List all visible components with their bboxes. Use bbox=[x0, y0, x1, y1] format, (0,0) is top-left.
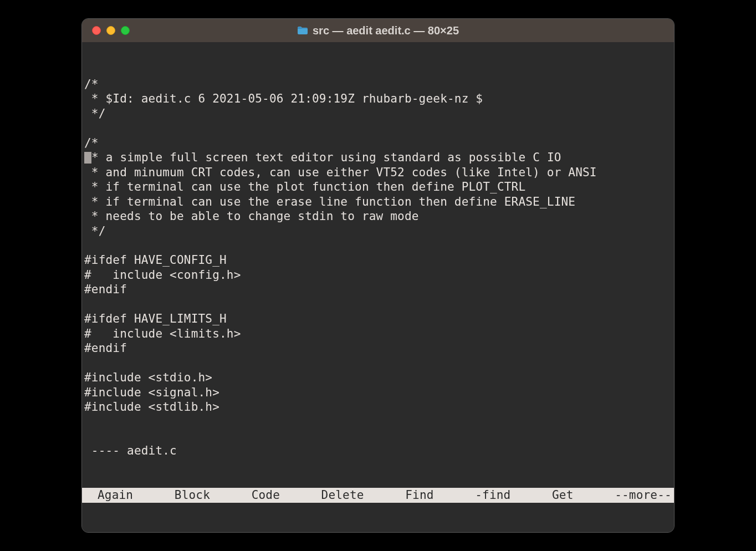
code-line: /* bbox=[84, 77, 674, 91]
code-line: * if terminal can use the erase line fun… bbox=[84, 195, 674, 209]
code-line: * $Id: aedit.c 6 2021-05-06 21:09:19Z rh… bbox=[84, 91, 674, 106]
terminal-content[interactable]: /* * $Id: aedit.c 6 2021-05-06 21:09:19Z… bbox=[82, 42, 674, 532]
menu-delete[interactable]: Delete bbox=[321, 488, 364, 503]
code-line: #endif bbox=[84, 282, 674, 297]
window-title: src — aedit aedit.c — 80×25 bbox=[313, 24, 459, 37]
titlebar: src — aedit aedit.c — 80×25 bbox=[82, 19, 674, 42]
menu-find[interactable]: Find bbox=[405, 488, 433, 503]
code-line: # include <config.h> bbox=[84, 268, 674, 282]
code-line: * if terminal can use the plot function … bbox=[84, 180, 674, 194]
close-button[interactable] bbox=[92, 26, 101, 35]
menu-rfind[interactable]: -find bbox=[475, 488, 510, 503]
menu-block[interactable]: Block bbox=[175, 488, 210, 503]
code-line: */ bbox=[84, 224, 674, 238]
menu-more[interactable]: --more-- bbox=[615, 488, 672, 503]
code-line: #include <stdlib.h> bbox=[84, 400, 674, 414]
cursor bbox=[84, 152, 91, 164]
title-wrap: src — aedit aedit.c — 80×25 bbox=[82, 24, 674, 37]
code-line: * a simple full screen text editor using… bbox=[84, 150, 674, 165]
code-line bbox=[84, 297, 674, 312]
code-line: /* bbox=[84, 136, 674, 150]
folder-icon bbox=[297, 26, 308, 35]
code-line: # include <limits.h> bbox=[84, 326, 674, 341]
zoom-button[interactable] bbox=[121, 26, 130, 35]
code-block: /* * $Id: aedit.c 6 2021-05-06 21:09:19Z… bbox=[82, 77, 674, 414]
code-line: * and minumum CRT codes, can use either … bbox=[84, 165, 674, 180]
terminal-window: src — aedit aedit.c — 80×25 /* * $Id: ae… bbox=[81, 18, 675, 533]
code-line bbox=[84, 238, 674, 253]
code-line: #ifdef HAVE_LIMITS_H bbox=[84, 312, 674, 326]
code-line: */ bbox=[84, 106, 674, 121]
code-line: * needs to be able to change stdin to ra… bbox=[84, 209, 674, 223]
status-line: ---- aedit.c bbox=[82, 443, 674, 458]
code-line: #include <stdio.h> bbox=[84, 370, 674, 385]
code-line: #include <signal.h> bbox=[84, 385, 674, 400]
minimize-button[interactable] bbox=[106, 26, 115, 35]
code-line bbox=[84, 356, 674, 370]
code-text: * a simple full screen text editor using… bbox=[91, 151, 561, 164]
traffic-lights bbox=[82, 26, 130, 35]
menu-code[interactable]: Code bbox=[252, 488, 280, 503]
menu-bar: Again Block Code Delete Find -find Get -… bbox=[82, 488, 674, 503]
code-line: #endif bbox=[84, 341, 674, 355]
code-line bbox=[84, 121, 674, 135]
code-line: #ifdef HAVE_CONFIG_H bbox=[84, 253, 674, 267]
menu-get[interactable]: Get bbox=[552, 488, 574, 503]
menu-again[interactable]: Again bbox=[98, 488, 133, 503]
